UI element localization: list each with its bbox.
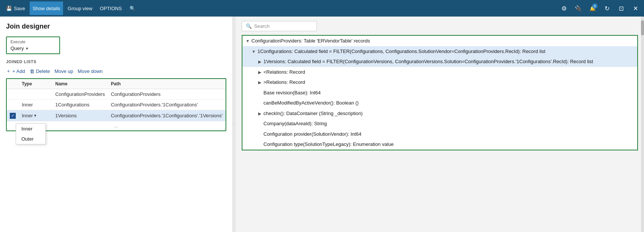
- row-check: [7, 100, 19, 110]
- execute-dropdown[interactable]: Query ▾: [11, 45, 56, 51]
- tree-item-text: Base revision(Base): Int64: [263, 89, 320, 97]
- row-name: ConfigurationProviders: [52, 89, 108, 100]
- add-icon: ＋: [6, 68, 11, 74]
- type-dropdown-arrow-icon: ▾: [34, 113, 36, 118]
- tree-toggle-icon: ▶: [257, 58, 263, 65]
- refresh-icon-btn[interactable]: ↻: [601, 3, 612, 14]
- group-view-button[interactable]: Group view: [65, 2, 95, 15]
- row-check: [7, 89, 19, 100]
- join-table-wrapper: Type Name Path ConfigurationProviders Co…: [6, 78, 226, 131]
- row-path: ConfigurationProviders: [108, 89, 226, 100]
- tree-item[interactable]: Base revision(Base): Int64: [242, 88, 637, 98]
- move-up-button[interactable]: Move up: [54, 68, 73, 75]
- options-button[interactable]: OPTIONS: [97, 2, 125, 15]
- search-box-icon: 🔍: [246, 23, 252, 29]
- show-details-button[interactable]: Show details: [30, 2, 63, 15]
- move-down-button[interactable]: Move down: [78, 68, 102, 75]
- notification-badge: 0: [592, 3, 597, 9]
- tree-toggle-icon: ▶: [257, 68, 263, 76]
- toolbar-search-button[interactable]: 🔍: [126, 2, 138, 15]
- tree-item-text: <Relations: Record: [263, 68, 305, 76]
- left-panel: Join designer Execute Query ▾ JOINED LIS…: [0, 17, 233, 232]
- tree-toggle-icon: [257, 130, 263, 131]
- tree-item-text: >Relations: Record: [263, 79, 305, 86]
- add-button[interactable]: ＋ + Add: [6, 67, 25, 75]
- toolbar: 💾 Save Show details Group view OPTIONS 🔍…: [0, 0, 644, 17]
- list-toolbar: ＋ + Add 🗑 Delete Move up Move down: [6, 67, 226, 75]
- tree-item[interactable]: ▼ 1Configurations: Calculated field = FI…: [242, 46, 637, 57]
- row-type: [19, 89, 52, 100]
- tree-item[interactable]: ▶ checkIn(): DataContainer (String _desc…: [242, 108, 637, 119]
- vertical-scrollbar[interactable]: [641, 17, 644, 232]
- tree-item[interactable]: ▶ 1Versions: Calculated field = FILTER(C…: [242, 56, 637, 67]
- type-dropdown-popup: Inner Outer: [16, 123, 46, 144]
- execute-value: Query: [11, 45, 24, 51]
- delete-button[interactable]: 🗑 Delete: [30, 68, 50, 75]
- tree-item-text: Company(dataAreaId): String: [263, 120, 327, 127]
- right-panel: 🔍 Search ▼ ConfigurationProviders: Table…: [236, 17, 644, 232]
- tree-item-text: checkIn(): DataContainer (String _descri…: [263, 110, 363, 117]
- tree-container: ▼ ConfigurationProviders: Table 'ERVendo…: [242, 35, 638, 150]
- tree-toggle-icon: ▼: [251, 48, 257, 55]
- tree-toggle-icon: [257, 120, 263, 121]
- tree-item[interactable]: ▼ ConfigurationProviders: Table 'ERVendo…: [242, 36, 637, 46]
- search-box[interactable]: 🔍 Search: [242, 21, 317, 31]
- tree-item-text: ConfigurationProviders: Table 'ERVendorT…: [251, 37, 370, 45]
- tree-toggle-icon: [257, 99, 263, 100]
- type-dropdown[interactable]: Inner ▾: [22, 113, 49, 118]
- tree-item[interactable]: ▶ <Relations: Record: [242, 67, 637, 77]
- tree-item-text: Configuration type(SolutionTypeLegacy): …: [263, 141, 394, 148]
- scrollbar-thumb: [641, 20, 644, 35]
- extension-icon-btn[interactable]: 🔌: [573, 3, 584, 14]
- search-box-placeholder: Search: [254, 23, 269, 29]
- dropdown-item-outer[interactable]: Outer: [16, 134, 45, 144]
- tree-item-text: Configuration provider(SolutionVendor): …: [263, 130, 361, 138]
- notification-icon-btn[interactable]: 🔔 0: [587, 3, 598, 14]
- col-path: Path: [108, 79, 226, 89]
- row-path: ConfigurationProviders.'1Configurations'…: [108, 110, 226, 121]
- checkmark-icon: ✓: [10, 113, 16, 119]
- tree-item[interactable]: ▶ >Relations: Record: [242, 77, 637, 88]
- tree-item-text: 1Configurations: Calculated field = FILT…: [257, 48, 545, 55]
- col-type: Type: [19, 79, 52, 89]
- tree-item-text: canBeModifiedByActiveVendor(): Boolean (…: [263, 99, 359, 107]
- execute-label: Execute: [11, 39, 56, 44]
- save-button[interactable]: 💾 Save: [3, 2, 28, 15]
- execute-dropdown-arrow: ▾: [26, 46, 28, 51]
- execute-section: Execute Query ▾: [6, 36, 60, 54]
- page-title: Join designer: [6, 23, 226, 30]
- close-icon-btn[interactable]: ✕: [630, 3, 641, 14]
- row-name: 1Configurations: [52, 100, 108, 110]
- detach-icon-btn[interactable]: ⊡: [615, 3, 627, 14]
- tree-item[interactable]: Configuration type(SolutionTypeLegacy): …: [242, 139, 637, 150]
- tree-toggle-icon: [257, 141, 263, 141]
- settings-icon-btn[interactable]: ⚙: [558, 3, 570, 14]
- tree-item[interactable]: Company(dataAreaId): String: [242, 118, 637, 129]
- tree-toggle-icon: ▶: [257, 79, 263, 86]
- main-area: Join designer Execute Query ▾ JOINED LIS…: [0, 17, 644, 232]
- col-name: Name: [52, 79, 108, 89]
- row-path: ConfigurationProviders.'1Configurations': [108, 100, 226, 110]
- table-row[interactable]: Inner 1Configurations ConfigurationProvi…: [7, 100, 226, 110]
- dropdown-item-inner[interactable]: Inner: [16, 124, 45, 134]
- row-type-dropdown[interactable]: Inner ▾: [19, 110, 52, 121]
- table-row[interactable]: ConfigurationProviders ConfigurationProv…: [7, 89, 226, 100]
- tree-item[interactable]: canBeModifiedByActiveVendor(): Boolean (…: [242, 98, 637, 108]
- tree-item-text: 1Versions: Calculated field = FILTER(Con…: [263, 58, 593, 65]
- row-type: Inner: [19, 100, 52, 110]
- tree-toggle-icon: ▼: [245, 37, 251, 44]
- panel-resize-handle[interactable]: ⋮: [233, 17, 236, 232]
- save-icon: 💾: [6, 6, 12, 11]
- row-name: 1Versions: [52, 110, 108, 121]
- toolbar-search-icon: 🔍: [129, 6, 135, 11]
- join-table: Type Name Path ConfigurationProviders Co…: [7, 79, 226, 130]
- row-check: ✓: [7, 110, 19, 121]
- tree-toggle-icon: ▶: [257, 110, 263, 117]
- joined-lists-label: JOINED LISTS: [6, 59, 226, 64]
- delete-icon: 🗑: [30, 68, 35, 74]
- table-row-selected[interactable]: ✓ Inner ▾ 1Versions ConfigurationProvide…: [7, 110, 226, 121]
- toolbar-right-icons: ⚙ 🔌 🔔 0 ↻ ⊡ ✕: [558, 3, 641, 14]
- type-value: Inner: [22, 113, 33, 118]
- tree-toggle-icon: [257, 89, 263, 90]
- tree-item[interactable]: Configuration provider(SolutionVendor): …: [242, 129, 637, 140]
